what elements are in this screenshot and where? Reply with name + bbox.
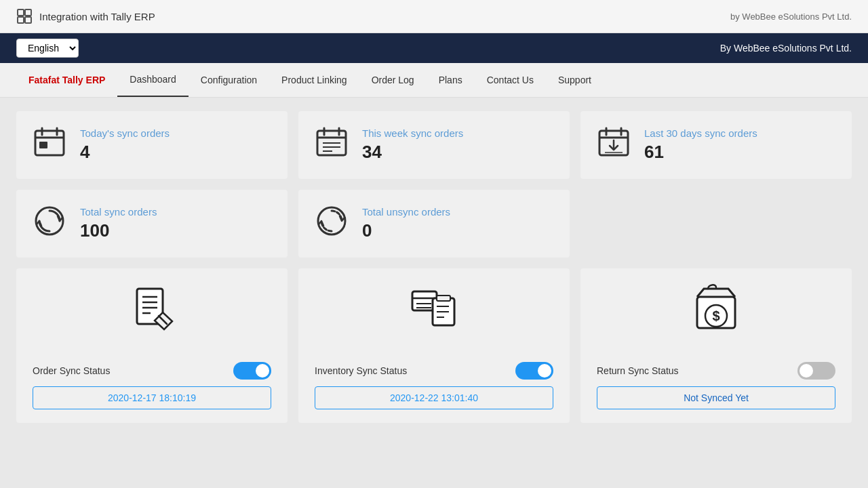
total-unsync-value: 0: [362, 220, 450, 241]
nav-product-linking[interactable]: Product Linking: [269, 64, 359, 96]
order-sync-bottom: Order Sync Status: [33, 362, 271, 380]
svg-rect-3: [25, 17, 31, 23]
top-bar: Integration with Tally ERP by WebBee eSo…: [0, 0, 868, 33]
inventory-sync-icon: [407, 282, 461, 346]
week-sync-label: This week sync orders: [362, 127, 463, 139]
today-sync-info: Today's sync orders 4: [80, 127, 170, 163]
total-unsync-info: Total unsync orders 0: [362, 206, 450, 241]
today-sync-value: 4: [80, 142, 170, 163]
today-sync-label: Today's sync orders: [80, 127, 170, 139]
today-sync-icon: [33, 125, 66, 165]
total-sync-card: Total sync orders 100: [16, 190, 288, 258]
order-sync-label: Order Sync Status: [33, 365, 110, 376]
nav-support[interactable]: Support: [546, 64, 604, 96]
action-row: Order Sync Status 2020-12-17 18:10:19: [16, 268, 852, 423]
inventory-sync-toggle[interactable]: [515, 362, 553, 380]
svg-rect-0: [18, 9, 24, 16]
nav-dashboard[interactable]: Dashboard: [117, 63, 189, 97]
return-sync-toggle[interactable]: [797, 362, 835, 380]
total-unsync-card: Total unsync orders 0: [298, 190, 570, 258]
app-title: Integration with Tally ERP: [39, 11, 155, 22]
month-sync-value: 61: [644, 142, 757, 163]
order-sync-date: 2020-12-17 18:10:19: [33, 386, 271, 409]
week-sync-icon: [315, 125, 349, 165]
return-sync-icon: $: [689, 282, 743, 346]
app-icon: [16, 8, 33, 24]
month-sync-card: Last 30 days sync orders 61: [580, 111, 852, 179]
svg-text:$: $: [712, 308, 719, 323]
return-sync-card: $ Return Sync Status Not Synced Yet: [580, 268, 852, 423]
total-sync-value: 100: [80, 220, 157, 241]
inventory-sync-bottom: Inventory Sync Status: [315, 362, 553, 380]
month-sync-icon: [597, 125, 631, 165]
total-sync-label: Total sync orders: [80, 206, 157, 218]
language-select[interactable]: English Hindi French: [16, 39, 79, 58]
nav-plans[interactable]: Plans: [427, 64, 475, 96]
svg-rect-8: [39, 142, 47, 148]
nav-contact-us[interactable]: Contact Us: [475, 64, 546, 96]
order-sync-icon: [125, 282, 179, 346]
month-sync-info: Last 30 days sync orders 61: [644, 127, 757, 163]
nav-configuration[interactable]: Configuration: [189, 64, 269, 96]
svg-rect-1: [25, 9, 31, 16]
total-unsync-label: Total unsync orders: [362, 206, 450, 218]
main-nav: Fatafat Tally ERP Dashboard Configuratio…: [0, 63, 868, 98]
inventory-sync-label: Inventory Sync Status: [315, 365, 407, 376]
nav-order-log[interactable]: Order Log: [359, 64, 427, 96]
svg-rect-2: [18, 17, 24, 23]
top-bar-brand: by WebBee eSolutions Pvt Ltd.: [730, 12, 852, 22]
content-area: Today's sync orders 4 This week sync ord…: [0, 98, 868, 436]
today-sync-card: Today's sync orders 4: [16, 111, 288, 179]
stats-row-2: Total sync orders 100 Total unsync order…: [16, 190, 852, 258]
inventory-sync-date: 2020-12-22 13:01:40: [315, 386, 553, 409]
order-sync-toggle[interactable]: [233, 362, 271, 380]
stats-row-1: Today's sync orders 4 This week sync ord…: [16, 111, 852, 179]
inventory-sync-card: Inventory Sync Status 2020-12-22 13:01:4…: [298, 268, 570, 423]
total-unsync-icon: [315, 204, 349, 244]
nav-bar-brand: By WebBee eSolutions Pvt Ltd.: [720, 43, 852, 54]
return-sync-label: Return Sync Status: [597, 365, 679, 376]
week-sync-value: 34: [362, 142, 463, 163]
total-sync-info: Total sync orders 100: [80, 206, 157, 241]
return-sync-date: Not Synced Yet: [597, 386, 835, 409]
return-sync-bottom: Return Sync Status: [597, 362, 835, 380]
empty-card: [580, 190, 852, 258]
total-sync-icon: [33, 204, 66, 244]
nav-bar: English Hindi French By WebBee eSolution…: [0, 33, 868, 63]
order-sync-card: Order Sync Status 2020-12-17 18:10:19: [16, 268, 288, 423]
svg-rect-34: [437, 296, 450, 301]
week-sync-info: This week sync orders 34: [362, 127, 463, 163]
nav-brand[interactable]: Fatafat Tally ERP: [16, 64, 117, 96]
week-sync-card: This week sync orders 34: [298, 111, 570, 179]
top-bar-left: Integration with Tally ERP: [16, 8, 155, 24]
month-sync-label: Last 30 days sync orders: [644, 127, 757, 139]
